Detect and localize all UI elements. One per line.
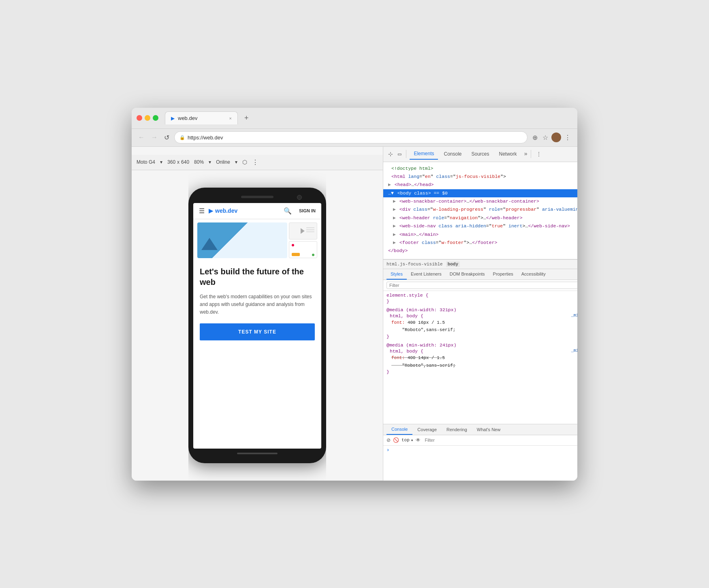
site-signin-button[interactable]: SIGN IN [299, 208, 316, 213]
dom-line-main[interactable]: ▶ <main>…</main> [383, 231, 577, 239]
browser-window: ▶ web.dev × + ← → ↺ 🔒 https://web.dev ⊕ … [132, 108, 577, 481]
style-source-link[interactable]: _mixins.scss:123 [571, 313, 577, 318]
console-tab-coverage[interactable]: Coverage [412, 425, 442, 434]
device-toggle-icon[interactable]: ▭ [396, 149, 403, 159]
tab-network[interactable]: Network [495, 149, 521, 159]
device-arrow-icon: ▾ [160, 159, 162, 165]
dom-line-snackbar[interactable]: ▶ <web-snackbar-container>…</web-snackba… [383, 197, 577, 205]
console-eye-button[interactable]: 👁 [416, 437, 421, 443]
console-clear-button[interactable]: ⊘ [387, 437, 391, 443]
devtools-settings-button[interactable]: ⋮ [534, 149, 543, 159]
tab-console[interactable]: Console [440, 149, 466, 159]
inspect-element-icon[interactable]: ⊹ [387, 149, 395, 159]
avatar[interactable] [551, 133, 561, 142]
dom-viewer[interactable]: <!doctype html> <html lang="en" class="j… [383, 162, 577, 259]
dom-line-footer[interactable]: ▶ <footer class="w-footer">…</footer> [383, 239, 577, 247]
style-rule-media-241: @media (min-width: 241px) html, body { _… [387, 342, 577, 374]
title-bar: ▶ web.dev × + [132, 108, 577, 129]
site-heading: Let's build the future of the web [200, 266, 315, 287]
phone-screen: ☰ ▶ web.dev 🔍 SIGN IN [193, 203, 321, 449]
device-selector[interactable]: Moto G4 [137, 159, 155, 165]
console-context-selector[interactable]: top ▾ [401, 438, 413, 443]
card-dot [312, 254, 314, 256]
site-logo-icon: ▶ [209, 207, 213, 214]
style-source-link-241[interactable]: _mixins.scss:123 [571, 349, 577, 353]
refresh-button[interactable]: ↺ [162, 132, 171, 143]
console-input-row: › [387, 447, 577, 453]
dom-line-html[interactable]: <html lang="en" class="js-focus-visible"… [383, 173, 577, 181]
chrome-menu-button[interactable]: ⋮ [563, 132, 572, 143]
browser-viewport: Moto G4 ▾ 360 x 640 80% ▾ Online ▾ ⬡ ⋮ [132, 147, 383, 481]
tab-title-label: web.dev [178, 115, 226, 121]
tab-elements[interactable]: Elements [410, 148, 438, 160]
console-chevron-icon: › [387, 447, 389, 453]
minimize-window-button[interactable] [145, 115, 150, 121]
dom-line-side-nav[interactable]: ▶ <web-side-nav class aria-hidden="true"… [383, 222, 577, 230]
address-bar-actions: ⊕ ☆ ⋮ [531, 132, 572, 143]
breadcrumb-html[interactable]: html.js-focus-visible [387, 262, 443, 267]
console-toolbar: ⊘ 🚫 top ▾ 👁 Default levels ▾ ⚙ [383, 435, 577, 446]
console-tab-rendering[interactable]: Rendering [442, 425, 472, 434]
tab-styles[interactable]: Styles [387, 269, 407, 280]
console-filter-toggle-button[interactable]: 🚫 [393, 437, 399, 443]
phone-home-bar [237, 453, 278, 454]
breadcrumb-body[interactable]: body [446, 261, 460, 267]
back-button[interactable]: ← [137, 132, 146, 143]
site-header: ☰ ▶ web.dev 🔍 SIGN IN [193, 203, 321, 219]
console-context-value: top [401, 438, 410, 443]
devtools-more-tabs-button[interactable]: » [524, 151, 527, 157]
styles-content: element.style { } @media (min-width: 321… [383, 291, 577, 380]
capture-screenshot-icon[interactable]: ⬡ [242, 159, 247, 165]
console-tab-whats-new[interactable]: What's New [472, 425, 505, 434]
url-bar[interactable]: 🔒 https://web.dev [174, 131, 527, 143]
styles-panel: Styles Event Listeners DOM Breakpoints P… [383, 269, 577, 424]
site-logo[interactable]: ▶ web.dev [209, 207, 237, 214]
forward-button[interactable]: → [149, 132, 159, 143]
site-hero-images [193, 219, 321, 260]
style-prop-font-241: font: 400 14px / 1.5 [387, 354, 577, 362]
viewport-height: 640 [181, 159, 189, 165]
console-content: › [383, 446, 577, 481]
dom-line-body-selected[interactable]: …▼ <body class> == $0 [383, 189, 577, 197]
phone-speaker [241, 196, 273, 198]
tab-sources[interactable]: Sources [468, 149, 493, 159]
close-window-button[interactable] [137, 115, 142, 121]
console-tabs: Console Coverage Rendering What's New × [383, 424, 577, 435]
maximize-window-button[interactable] [153, 115, 158, 121]
tab-close-button[interactable]: × [229, 116, 232, 121]
style-close-241: } [387, 369, 577, 374]
styles-filter-input[interactable] [387, 282, 577, 289]
tab-properties[interactable]: Properties [489, 269, 517, 280]
styles-tabs: Styles Event Listeners DOM Breakpoints P… [383, 269, 577, 280]
card-red-dot [292, 244, 294, 246]
site-search-icon[interactable]: 🔍 [284, 207, 292, 215]
test-my-site-button[interactable]: TEST MY SITE [200, 323, 315, 340]
tab-event-listeners[interactable]: Event Listeners [407, 269, 446, 280]
tab-accessibility[interactable]: Accessibility [517, 269, 550, 280]
dom-line-web-header[interactable]: ▶ <web-header role="navigation">…</web-h… [383, 214, 577, 222]
url-text: https://web.dev [188, 135, 223, 141]
style-selector-element: element.style { [387, 293, 577, 298]
tab-dom-breakpoints[interactable]: DOM Breakpoints [446, 269, 489, 280]
console-input-field[interactable] [392, 448, 577, 453]
style-prop-roboto-241: "Roboto",sans-serif; [387, 362, 577, 370]
toolbar-separator-2 [531, 150, 531, 158]
dom-line-head[interactable]: ▶ <head>…</head> [383, 181, 577, 189]
bookmark-button[interactable]: ☆ [541, 132, 550, 143]
tab-favicon-icon: ▶ [171, 115, 175, 121]
style-close-321: } [387, 334, 577, 339]
device-toolbar-more-button[interactable]: ⋮ [252, 158, 258, 166]
new-tab-button[interactable]: + [241, 112, 252, 124]
network-selector[interactable]: Online [216, 159, 230, 165]
add-to-reading-list-button[interactable]: ⊕ [531, 132, 539, 143]
devtools-toolbar: ⊹ ▭ Elements Console Sources Network » ⋮… [383, 147, 577, 162]
dom-line-body-close: </body> [383, 247, 577, 255]
dimensions-x-label: x [177, 159, 179, 165]
phone-camera [297, 195, 302, 200]
site-menu-icon[interactable]: ☰ [199, 207, 205, 215]
console-tab-console[interactable]: Console [387, 424, 412, 435]
zoom-selector[interactable]: 80% [194, 159, 204, 165]
browser-tab[interactable]: ▶ web.dev × [165, 111, 238, 124]
dom-line-loading-progress[interactable]: ▶ <div class="w-loading-progress" role="… [383, 205, 577, 214]
console-filter-input[interactable] [423, 437, 577, 443]
